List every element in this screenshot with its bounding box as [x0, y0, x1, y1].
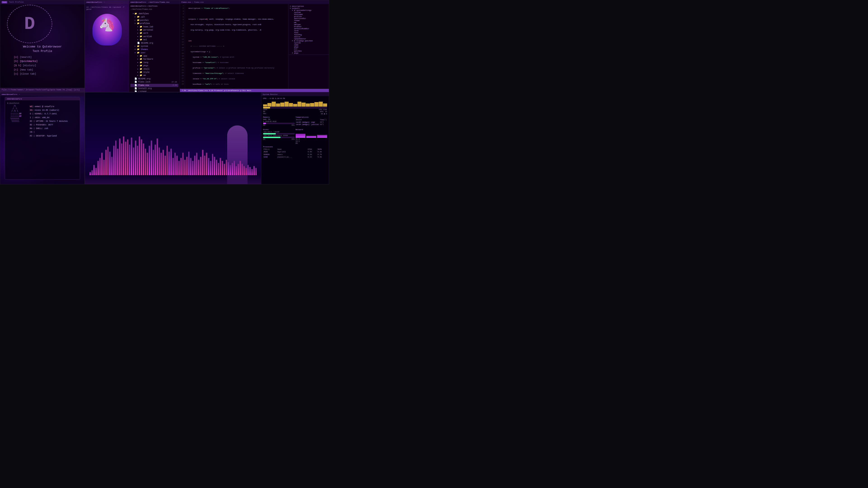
code-editor-topbar: flake.nix | flake.nix: [180, 0, 329, 4]
disk-1: /dev/dm-0 / 564GB: [263, 131, 295, 133]
code-line-2: [186, 12, 287, 15]
cpu-mini-bar-11: [310, 103, 314, 107]
viz-bar-54: [196, 153, 197, 175]
qb-menu-history[interactable]: [$ h] [History]: [14, 64, 85, 68]
temp-table: Device Temp(°) card0 (amdgpu): edge 49°C…: [296, 119, 327, 126]
viz-bar-58: [204, 156, 206, 175]
viz-bar-48: [184, 160, 186, 175]
viz-bar-51: [190, 158, 191, 175]
memory-title: Memory: [263, 116, 295, 118]
viz-bar-9: [107, 147, 109, 175]
disks-section: Disks /dev/dm-0 / 564GB /dev/dm-0 /nix/s…: [263, 129, 295, 144]
ftree-install-org[interactable]: 📄 install.org: [130, 87, 178, 90]
code-line-15: bootMode = "uefi"; # uefi or bios: [186, 83, 287, 86]
ftree-patches[interactable]: ▸ 📁 patches: [130, 19, 178, 22]
viz-bar-33: [155, 144, 156, 175]
visualizer-area: [85, 92, 261, 184]
viz-bar-71: [230, 165, 231, 175]
qb-text-area: Welcome to Qutebrowser Tech Profile [o] …: [0, 45, 85, 76]
viz-bar-79: [246, 168, 247, 175]
ftree-themes[interactable]: ▾ 📁 themes: [130, 48, 178, 51]
pixel-art: 🦄: [92, 14, 122, 45]
cpu-mini-bar-0: [263, 104, 267, 107]
qb-menu-closetab[interactable]: [x] [Close tab]: [14, 72, 85, 76]
qb-welcome-text: Welcome to Qutebrowser: [0, 45, 85, 48]
code-editor-panel: flake.nix | flake.nix 12345 678910 11121…: [180, 0, 329, 92]
ftree-lang[interactable]: ▸ 📁 lang: [130, 61, 178, 64]
viz-bar-3: [95, 168, 97, 175]
ftree-worklab[interactable]: ▸ 📁 worklab: [130, 35, 178, 38]
viz-bar-39: [166, 146, 168, 175]
viz-bar-68: [224, 164, 225, 175]
qb-menu-search[interactable]: [o] [Search]: [14, 55, 85, 59]
ftree-homelab[interactable]: ▸ 📁 home.lab: [130, 25, 178, 29]
viz-bar-70: [228, 162, 229, 175]
ftree-user[interactable]: ▾ 📁 user: [130, 51, 178, 55]
file-manager-panel: emmet@snowfire: ~/dotfiles/flake.nix emm…: [129, 0, 180, 92]
code-tab-flakenix[interactable]: flake.nix: [181, 1, 191, 3]
proc-emacs: 550631 emacs 0.2% 0.7%: [263, 153, 327, 156]
qb-menu-quickmarks[interactable]: [b] [Quickmarks]: [14, 59, 85, 64]
cpu-section: CPU - 1.53 1.14 0.78 100% CPU time 0% AV…: [263, 97, 327, 115]
network-section: Network 36.0 18.5 0%: [296, 129, 327, 144]
cpu-mini-bar-2: [272, 102, 276, 107]
qb-tech-tag: Tech: [2, 1, 7, 3]
ftree-hardware[interactable]: ▸ 📁 hardware: [130, 58, 178, 61]
qb-status-text: file:///home/emmet/.browser/Tech/config/…: [2, 89, 80, 91]
qb-profile-text: Tech Profile: [0, 50, 85, 53]
code-tab-inactive[interactable]: flake.nix: [194, 1, 204, 3]
viz-bar-42: [173, 158, 174, 175]
cpu-mini-bar-12: [314, 102, 318, 107]
neofetch-panel: emmet@snowfire: ~ emmet@snowfire $ distf…: [0, 92, 85, 184]
net-graph: [296, 131, 327, 138]
ftree-shell[interactable]: ▸ 📁 shell: [130, 68, 178, 71]
img-topbar: emmet@snowfire: ~: [85, 0, 129, 4]
ftree-flakenix[interactable]: 📄 flake.nix 2.2K: [130, 84, 178, 87]
viz-bar-22: [133, 148, 134, 175]
temp-title: Temperatures: [296, 116, 327, 118]
ftree-readme-profiles[interactable]: 📄 README.org: [130, 41, 178, 45]
ftree-wsl[interactable]: ▸ 📁 wsl: [130, 38, 178, 41]
filemgr-breadcrumb: ~/dotfiles/flake.nix: [130, 8, 178, 11]
viz-bar-4: [97, 161, 99, 175]
viz-bar-73: [234, 161, 235, 175]
ftree-app[interactable]: ▸ 📁 app: [130, 55, 178, 58]
viz-bar-41: [170, 149, 172, 175]
viz-stats-panel: System Monitor CPU - 1.53 1.14 0.78 100%…: [85, 92, 329, 184]
ftree-flakelock[interactable]: 📄 flake.lock 27.5K: [130, 80, 178, 84]
top-right-area: emmet@snowfire: ~ cd ~/dotfiles/themes &…: [85, 0, 329, 92]
code-line-14: locale = "en_US.UTF-8"; # select locale: [186, 77, 287, 80]
cpu-avg-row: 0% AVG: 13: [263, 111, 327, 112]
cpu-stats-row: 100% CPU time: [263, 109, 327, 110]
code-line-7: let: [186, 39, 287, 42]
viz-bar-32: [153, 150, 154, 175]
qb-menu-newtab[interactable]: [t] [New tab]: [14, 68, 85, 72]
temp-row-1: Device Temp(°): [296, 119, 327, 121]
ftree-wm[interactable]: ▸ 📁 wm: [130, 74, 178, 77]
viz-bar-1: [92, 170, 93, 175]
temp-edge: card0 (amdgpu): edge 49°C: [296, 121, 327, 124]
ftree-style[interactable]: ▸ 📁 style: [130, 71, 178, 74]
ftree-system[interactable]: ▸ 📁 system: [130, 45, 178, 48]
viz-bar-62: [212, 154, 213, 175]
viz-bar-45: [178, 161, 180, 175]
ftree-license[interactable]: 📄 LICENSE: [130, 90, 178, 92]
neo-ascii-art: /\ / \ / /\ \ ::::::::## ::::::::## \\\\…: [7, 105, 28, 138]
neo-cn: CN |: [30, 130, 68, 134]
ftree-personal[interactable]: ▸ 📁 personal: [130, 29, 178, 32]
disk-1-bar: [263, 133, 276, 134]
viz-bar-21: [131, 138, 132, 175]
cpu-mini-bar-7: [293, 104, 297, 107]
neo-cmd: $ distfetch: [7, 102, 78, 104]
viz-bar-69: [226, 160, 227, 175]
ftree-git[interactable]: ▸ 📁 .git: [130, 15, 178, 19]
ftree-work[interactable]: ▸ 📁 work: [130, 32, 178, 35]
ftree-readme-root[interactable]: 📄 README.org: [130, 77, 178, 80]
ftree-dotfiles[interactable]: ▾ 📁 .dotfiles: [130, 12, 178, 15]
ftree-profiles[interactable]: ▾ 📁 profiles: [130, 22, 178, 25]
viz-bar-46: [180, 158, 182, 175]
ftree-pkgs[interactable]: ▸ 📁 pkgs: [130, 64, 178, 67]
code-content: description = "Flake of LibrePhoenix"; o…: [185, 4, 288, 92]
cpu-max-row: 60s 0% ◼ 8: [263, 113, 327, 115]
pixel-art-container: 🦄: [90, 11, 125, 48]
